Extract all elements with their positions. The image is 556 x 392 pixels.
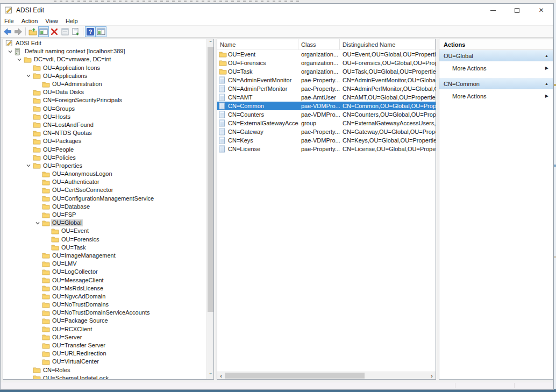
tree-item-ou-authenticator[interactable]: OU=Authenticator [3,178,206,186]
list-row-ou-task[interactable]: OU=Taskorganization...OU=Task,OU=Global,… [217,67,436,76]
tree-item-ou-database[interactable]: OU=Database [3,203,206,211]
maximize-button[interactable] [505,4,529,17]
forward-icon[interactable] [13,26,24,37]
expand-chevron-icon[interactable] [24,72,33,80]
tree-item-ou-administration[interactable]: OU=Administration [3,80,206,88]
tree-item-ou-properties[interactable]: OU=Properties [3,162,206,170]
tree-item-ou-schemaupdatelock[interactable]: OU=SchemaUpdateLock [3,374,206,379]
menu-view[interactable]: View [41,18,62,24]
export-list-icon[interactable] [70,26,81,37]
menu-action[interactable]: Action [18,18,42,24]
tree-item-ou-logcollector[interactable]: OU=LogCollector [3,268,206,276]
collapse-chevron-icon[interactable]: ▲ [545,54,548,58]
list-row-cn-license[interactable]: CN=Licensepae-Property...CN=License,OU=G… [217,145,436,153]
tree-item-ou-urlredirection[interactable]: OU=URLRedirection [3,350,206,358]
tree-item-ou-messageclient[interactable]: OU=MessageClient [3,276,206,284]
column-header-name[interactable]: Name [217,39,298,49]
list-row-cn-gateway[interactable]: CN=Gatewaypae-Property...CN=Gateway,OU=G… [217,127,436,136]
tree-item-cn-lostandfound[interactable]: CN=LostAndFound [3,121,206,129]
tree-item-ou-notrustdomains[interactable]: OU=NoTrustDomains [3,301,206,309]
menu-file[interactable]: File [1,18,18,24]
scroll-up-icon[interactable]: ˆ [207,39,214,47]
expand-chevron-icon[interactable] [15,55,24,63]
collapse-chevron-icon[interactable]: ▲ [545,82,548,85]
list-row-ou-event[interactable]: OU=Eventorganization...OU=Event,OU=Globa… [217,50,436,59]
close-button[interactable]: ✕ [529,4,553,17]
tree-item-ou-certssoconnector[interactable]: OU=CertSsoConnector [3,186,206,194]
column-header-class[interactable]: Class [298,39,340,49]
tree-item-ou-configurationmanagementservice[interactable]: OU=ConfigurationManagementService [3,195,206,203]
tree-item-label: OU=Event [60,227,90,234]
cell-name: CN=AMT [217,93,298,102]
folder-icon [42,81,51,88]
tree-item-ou-task[interactable]: OU=Task [3,244,206,252]
scroll-left-icon[interactable]: ‹ [217,372,225,379]
list-horizontal-scrollbar[interactable]: ‹ › [217,372,436,379]
help-icon[interactable]: ? [85,26,96,37]
tree-item-label: OU=VirtualCenter [51,358,100,365]
tree-item-ou-policies[interactable]: OU=Policies [3,154,206,162]
tree-item-ou-fsp[interactable]: OU=FSP [3,211,206,219]
tree-item-ou-people[interactable]: OU=People [3,145,206,153]
menu-bar: FileActionViewHelp [1,17,553,26]
tree-item-ou-forensics[interactable]: OU=Forensics [3,236,206,244]
list-row-cn-externalgatewayaccess-[interactable]: CN=ExternalGatewayAccess...groupCN=Exter… [217,119,436,127]
menu-help[interactable]: Help [62,18,82,24]
delete-icon[interactable] [49,26,60,37]
show-action-pane-icon[interactable] [96,26,106,37]
tree-item-ou-virtualcenter[interactable]: OU=VirtualCenter [3,358,206,366]
tree-item-ou-data-disks[interactable]: OU=Data Disks [3,88,206,96]
tree-item-ou-event[interactable]: OU=Event [3,227,206,235]
more-actions-item[interactable]: More Actions▶ [439,61,553,75]
up-one-level-icon[interactable] [27,26,38,37]
tree-item-ou-package-source[interactable]: OU=Package Source [3,317,206,325]
tree-item-ou-msrdslicense[interactable]: OU=MsRdsLicense [3,284,206,293]
tree-indent [33,309,42,317]
scroll-down-icon[interactable]: ˇ [207,372,214,379]
tree-item-ou-global[interactable]: OU=Global [3,219,206,227]
list-row-cn-amt[interactable]: CN=AMTpae-AmtUserCN=AMT,OU=Global,OU=Pro… [217,93,436,102]
tree-item-adsi-edit[interactable]: ADSI Edit [3,39,206,47]
scroll-right-icon[interactable]: › [428,372,436,379]
show-console-tree-icon[interactable] [38,26,49,37]
list-row-cn-adminperfmonitor[interactable]: CN=AdminPerfMonitorpae-Property...CN=Adm… [217,84,436,93]
actions-section-cn-common[interactable]: CN=Common▲ [439,78,553,89]
list-row-cn-common[interactable]: CN=Commonpae-VDMPro...CN=Common,OU=Globa… [217,102,436,110]
column-header-distinguished-name[interactable]: Distinguished Name [340,39,436,49]
tree-item-ou-hosts[interactable]: OU=Hosts [3,113,206,121]
properties-icon[interactable] [60,26,70,37]
expand-chevron-icon[interactable] [24,162,33,170]
tree-item-ou-ngvcaddomain[interactable]: OU=NgvcAdDomain [3,293,206,301]
tree-item-dc-vdi-dc-vmware-dc-int[interactable]: DC=vdi, DC=vmware, DC=int [3,55,206,63]
tree-item-cn-roles[interactable]: CN=Roles [3,366,206,374]
tree-item-ou-groups[interactable]: OU=Groups [3,105,206,113]
tree-scrollbar-thumb[interactable] [208,47,213,312]
list-row-cn-keys[interactable]: CN=Keyspae-VDMPro...CN=Keys,OU=Global,OU… [217,136,436,145]
tree-item-default-naming-context-localhost-389-[interactable]: Default naming context [localhost:389] [3,47,206,55]
tree-item-ou-server[interactable]: OU=Server [3,333,206,341]
expand-chevron-icon[interactable] [33,219,42,227]
list-row-cn-counters[interactable]: CN=Counterspae-VDMPro...CN=Counters,OU=G… [217,110,436,119]
list-row-ou-forensics[interactable]: OU=Forensicsorganization...OU=Forensics,… [217,59,436,67]
tree-item-ou-transfer-server[interactable]: OU=Transfer Server [3,341,206,350]
tree-item-ou-imagemanagement[interactable]: OU=ImageManagement [3,252,206,260]
tree-indent [24,105,33,113]
tree-vertical-scrollbar[interactable]: ˆ ˇ [206,39,213,379]
tree-item-ou-application-icons[interactable]: OU=Application Icons [3,64,206,72]
tree-item-ou-rcxclient[interactable]: OU=RCXClient [3,325,206,333]
tree-item-ou-lmv[interactable]: OU=LMV [3,260,206,268]
list-row-cn-admineventmonitor[interactable]: CN=AdminEventMonitorpae-Property...CN=Ad… [217,76,436,84]
back-icon[interactable] [2,26,13,37]
tree-item-ou-anonymouslogon[interactable]: OU=AnonymousLogon [3,170,206,178]
tree-item-ou-notrustdomainserviceaccounts[interactable]: OU=NoTrustDomainServiceAccounts [3,309,206,317]
tree-indent [33,317,42,325]
tree-item-cn-foreignsecurityprincipals[interactable]: CN=ForeignSecurityPrincipals [3,96,206,104]
expand-chevron-icon[interactable] [5,47,15,55]
tree-item-ou-applications[interactable]: OU=Applications [3,72,206,80]
tree-item-ou-packages[interactable]: OU=Packages [3,137,206,145]
actions-section-ou-global[interactable]: OU=Global▲ [439,50,553,61]
minimize-button[interactable] [481,4,505,17]
list-scrollbar-thumb[interactable] [225,373,365,379]
more-actions-item[interactable]: More Actions▶ [439,89,553,103]
tree-item-cn-ntds-quotas[interactable]: CN=NTDS Quotas [3,129,206,137]
